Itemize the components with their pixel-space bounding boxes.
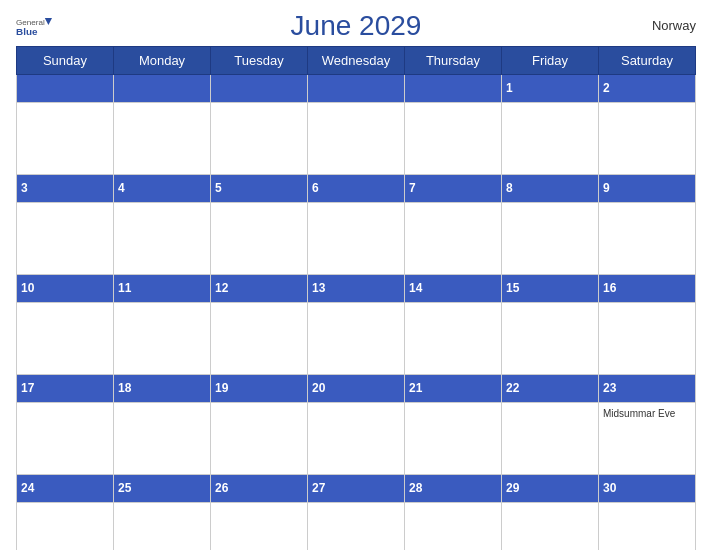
week-header-row-2: 10111213141516 [17,275,696,303]
day-num-cell-2-0: 10 [17,275,114,303]
day-content-cell-1-0 [17,203,114,275]
day-content-cell-4-3 [308,503,405,551]
day-number: 3 [21,181,28,195]
weekday-header-wednesday: Wednesday [308,47,405,75]
calendar-event: Midsummar Eve [603,408,691,420]
day-num-cell-1-5: 8 [502,175,599,203]
day-number: 20 [312,381,325,395]
day-num-cell-1-3: 6 [308,175,405,203]
week-header-row-0: 12 [17,75,696,103]
day-num-cell-4-5: 29 [502,475,599,503]
day-num-cell-4-6: 30 [599,475,696,503]
week-content-row-0 [17,103,696,175]
day-content-cell-3-4 [405,403,502,475]
day-num-cell-1-1: 4 [114,175,211,203]
day-num-cell-2-5: 15 [502,275,599,303]
day-num-cell-3-4: 21 [405,375,502,403]
day-number: 28 [409,481,422,495]
day-number: 23 [603,381,616,395]
day-content-cell-3-2 [211,403,308,475]
day-content-cell-4-0 [17,503,114,551]
day-content-cell-2-1 [114,303,211,375]
day-num-cell-3-0: 17 [17,375,114,403]
day-content-cell-1-1 [114,203,211,275]
logo: General Blue [16,16,52,36]
week-header-row-3: 17181920212223 [17,375,696,403]
page-title: June 2029 [291,10,422,42]
weekday-header-row: SundayMondayTuesdayWednesdayThursdayFrid… [17,47,696,75]
day-content-cell-4-5 [502,503,599,551]
day-num-cell-4-0: 24 [17,475,114,503]
day-num-cell-4-1: 25 [114,475,211,503]
day-content-cell-0-5 [502,103,599,175]
day-number: 4 [118,181,125,195]
day-content-cell-2-4 [405,303,502,375]
weekday-header-tuesday: Tuesday [211,47,308,75]
day-content-cell-0-0 [17,103,114,175]
day-content-cell-2-3 [308,303,405,375]
calendar-table: SundayMondayTuesdayWednesdayThursdayFrid… [16,46,696,550]
day-num-cell-0-0 [17,75,114,103]
day-num-cell-0-5: 1 [502,75,599,103]
day-num-cell-4-4: 28 [405,475,502,503]
day-content-cell-1-5 [502,203,599,275]
day-num-cell-0-6: 2 [599,75,696,103]
week-content-row-2 [17,303,696,375]
day-number: 29 [506,481,519,495]
day-num-cell-3-2: 19 [211,375,308,403]
day-content-cell-3-0 [17,403,114,475]
day-number: 10 [21,281,34,295]
day-number: 19 [215,381,228,395]
day-num-cell-2-4: 14 [405,275,502,303]
day-content-cell-2-6 [599,303,696,375]
day-num-cell-0-3 [308,75,405,103]
day-number: 15 [506,281,519,295]
day-num-cell-0-4 [405,75,502,103]
day-content-cell-4-1 [114,503,211,551]
day-number: 22 [506,381,519,395]
day-content-cell-0-6 [599,103,696,175]
day-number: 27 [312,481,325,495]
day-num-cell-2-1: 11 [114,275,211,303]
week-header-row-1: 3456789 [17,175,696,203]
day-content-cell-2-5 [502,303,599,375]
day-content-cell-2-0 [17,303,114,375]
weekday-header-thursday: Thursday [405,47,502,75]
day-number: 8 [506,181,513,195]
day-num-cell-3-5: 22 [502,375,599,403]
week-header-row-4: 24252627282930 [17,475,696,503]
logo-icon: General Blue [16,16,52,36]
day-number: 26 [215,481,228,495]
day-content-cell-3-5 [502,403,599,475]
day-content-cell-1-6 [599,203,696,275]
day-num-cell-2-2: 12 [211,275,308,303]
day-number: 5 [215,181,222,195]
day-number: 21 [409,381,422,395]
svg-marker-2 [45,18,52,25]
weekday-header-saturday: Saturday [599,47,696,75]
weekday-header-sunday: Sunday [17,47,114,75]
day-content-cell-4-4 [405,503,502,551]
day-number: 1 [506,81,513,95]
day-number: 24 [21,481,34,495]
day-num-cell-0-2 [211,75,308,103]
day-num-cell-4-3: 27 [308,475,405,503]
day-content-cell-0-1 [114,103,211,175]
day-number: 13 [312,281,325,295]
calendar-header: General Blue June 2029 Norway [16,10,696,42]
day-content-cell-3-1 [114,403,211,475]
day-content-cell-3-6: Midsummar Eve [599,403,696,475]
day-number: 11 [118,281,131,295]
day-num-cell-1-2: 5 [211,175,308,203]
day-content-cell-1-2 [211,203,308,275]
day-content-cell-4-6 [599,503,696,551]
country-label: Norway [652,18,696,33]
day-number: 6 [312,181,319,195]
week-content-row-3: Midsummar Eve [17,403,696,475]
day-num-cell-1-0: 3 [17,175,114,203]
day-num-cell-3-1: 18 [114,375,211,403]
svg-text:Blue: Blue [16,26,38,36]
day-number: 30 [603,481,616,495]
day-number: 12 [215,281,228,295]
day-num-cell-2-3: 13 [308,275,405,303]
